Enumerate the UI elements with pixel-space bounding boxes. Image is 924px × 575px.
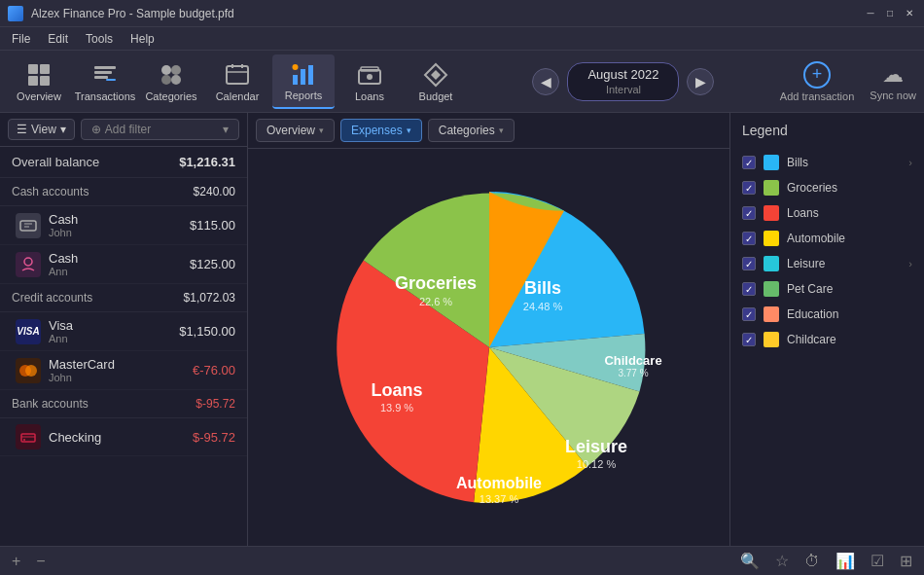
svg-rect-0: [28, 64, 38, 74]
menu-help[interactable]: Help: [123, 30, 162, 48]
legend-panel: Legend ✓ Bills › ✓ Groceries ✓ Loans ✓ A…: [729, 113, 924, 546]
grid-status-button[interactable]: ⊞: [896, 550, 916, 572]
overview-dropdown-chevron-icon: ▾: [319, 126, 324, 135]
legend-item-automobile[interactable]: ✓ Automobile: [738, 226, 916, 251]
legend-item-leisure[interactable]: ✓ Leisure ›: [738, 251, 916, 276]
add-filter-button[interactable]: ⊕ Add filter ▾: [81, 119, 239, 140]
toolbar-overview[interactable]: Overview: [8, 54, 70, 109]
interval-label: Interval: [606, 84, 641, 95]
view-button[interactable]: ☰ View ▾: [8, 119, 75, 140]
mastercard-john-name: MasterCard: [49, 357, 115, 372]
legend-item-childcare[interactable]: ✓ Childcare: [738, 327, 916, 352]
account-cash-ann[interactable]: Cash Ann $125.00: [0, 245, 247, 284]
minimize-button[interactable]: ─: [864, 7, 877, 20]
sync-now-label: Sync now: [870, 90, 916, 101]
toolbar-loans[interactable]: Loans: [338, 54, 401, 109]
cash-ann-name: Cash: [49, 251, 78, 266]
window-controls: ─ □ ✕: [864, 7, 916, 20]
prev-period-button[interactable]: ◀: [532, 68, 559, 95]
add-account-button[interactable]: +: [8, 551, 24, 572]
cash-ann-sub: Ann: [49, 266, 78, 277]
cash-john-value: $115.00: [190, 218, 235, 233]
next-period-button[interactable]: ▶: [687, 68, 714, 95]
cash-accounts-value: $240.00: [194, 185, 235, 198]
legend-checkbox-leisure[interactable]: ✓: [742, 257, 756, 270]
remove-account-button[interactable]: −: [32, 551, 49, 572]
categories-label: Categories: [145, 90, 196, 102]
maximize-button[interactable]: □: [883, 7, 897, 20]
svg-rect-3: [40, 76, 50, 86]
history-status-button[interactable]: ⏱: [800, 551, 824, 572]
mastercard-john-icon: [16, 358, 41, 383]
visa-ann-info: Visa Ann: [49, 318, 73, 344]
add-transaction-button[interactable]: + Add transaction: [780, 61, 854, 102]
categories-dropdown[interactable]: Categories ▾: [428, 119, 515, 142]
legend-color-leisure: [764, 256, 779, 271]
account-checking[interactable]: Checking $-95.72: [0, 418, 247, 456]
current-date: August 2022: [587, 67, 658, 82]
legend-checkbox-bills[interactable]: ✓: [742, 156, 756, 169]
legend-item-petcare[interactable]: ✓ Pet Care: [738, 276, 916, 302]
toolbar-calendar[interactable]: Calendar: [206, 54, 268, 109]
legend-label-groceries: Groceries: [787, 181, 912, 195]
legend-checkbox-loans[interactable]: ✓: [742, 206, 756, 220]
favorites-status-button[interactable]: ☆: [771, 550, 793, 572]
cash-john-info: Cash John: [49, 212, 78, 238]
legend-checkbox-groceries[interactable]: ✓: [742, 181, 756, 195]
menu-file[interactable]: File: [4, 30, 38, 48]
account-cash-john[interactable]: Cash John $115.00: [0, 206, 247, 245]
svg-point-22: [367, 74, 373, 80]
legend-item-loans[interactable]: ✓ Loans: [738, 200, 916, 226]
overall-balance-label: Overall balance: [12, 155, 99, 169]
legend-color-petcare: [764, 281, 779, 297]
svg-rect-29: [21, 434, 35, 442]
account-mastercard-john[interactable]: MasterCard John €-76.00: [0, 351, 247, 390]
expenses-dropdown[interactable]: Expenses ▾: [340, 119, 422, 142]
svg-rect-16: [293, 75, 298, 85]
toolbar-categories[interactable]: Categories: [140, 54, 202, 109]
overview-dropdown[interactable]: Overview ▾: [256, 119, 335, 142]
legend-item-bills[interactable]: ✓ Bills ›: [738, 150, 916, 175]
account-visa-ann[interactable]: VISA Visa Ann $1,150.00: [0, 312, 247, 351]
legend-arrow-leisure-icon: ›: [908, 258, 912, 270]
legend-checkbox-petcare[interactable]: ✓: [742, 282, 756, 296]
status-left: + −: [8, 551, 50, 572]
chart-area: Overview ▾ Expenses ▾ Categories ▾: [248, 113, 729, 546]
loans-icon: [356, 61, 383, 89]
menu-bar: File Edit Tools Help: [0, 27, 924, 51]
app-icon: [8, 6, 23, 21]
overview-label: Overview: [17, 90, 61, 102]
legend-label-petcare: Pet Care: [787, 282, 912, 296]
visa-ann-name: Visa: [49, 318, 73, 333]
legend-checkbox-childcare[interactable]: ✓: [742, 333, 756, 346]
menu-edit[interactable]: Edit: [40, 30, 76, 48]
categories-dropdown-chevron-icon: ▾: [499, 126, 504, 135]
svg-rect-1: [40, 64, 50, 74]
legend-checkbox-education[interactable]: ✓: [742, 307, 756, 321]
sidebar-toolbar: ☰ View ▾ ⊕ Add filter ▾: [0, 113, 247, 147]
overall-balance-row: Overall balance $1,216.31: [0, 147, 247, 178]
chart-status-button[interactable]: 📊: [832, 550, 859, 572]
close-button[interactable]: ✕: [903, 7, 916, 20]
categories-dropdown-label: Categories: [439, 124, 495, 137]
add-icon: +: [803, 61, 831, 89]
checkbox-status-button[interactable]: ☑: [867, 550, 888, 572]
toolbar-reports[interactable]: Reports: [272, 54, 335, 109]
sync-now-button[interactable]: ☁ Sync now: [870, 62, 916, 101]
view-icon: ☰: [17, 123, 27, 136]
toolbar-actions: + Add transaction ☁ Sync now: [780, 61, 916, 102]
cash-john-name: Cash: [49, 212, 78, 227]
legend-arrow-bills-icon: ›: [908, 157, 912, 168]
credit-accounts-label: Credit accounts: [12, 291, 92, 305]
legend-item-education[interactable]: ✓ Education: [738, 302, 916, 327]
toolbar-budget[interactable]: Budget: [405, 54, 467, 109]
legend-item-groceries[interactable]: ✓ Groceries: [738, 175, 916, 200]
add-transaction-label: Add transaction: [780, 90, 854, 102]
menu-tools[interactable]: Tools: [78, 30, 121, 48]
transactions-label: Transactions: [75, 90, 136, 102]
toolbar-transactions[interactable]: Transactions: [74, 54, 136, 109]
search-status-button[interactable]: 🔍: [736, 550, 764, 572]
legend-checkbox-automobile[interactable]: ✓: [742, 232, 756, 245]
calendar-icon: [224, 61, 251, 89]
mastercard-john-value: €-76.00: [193, 363, 235, 377]
